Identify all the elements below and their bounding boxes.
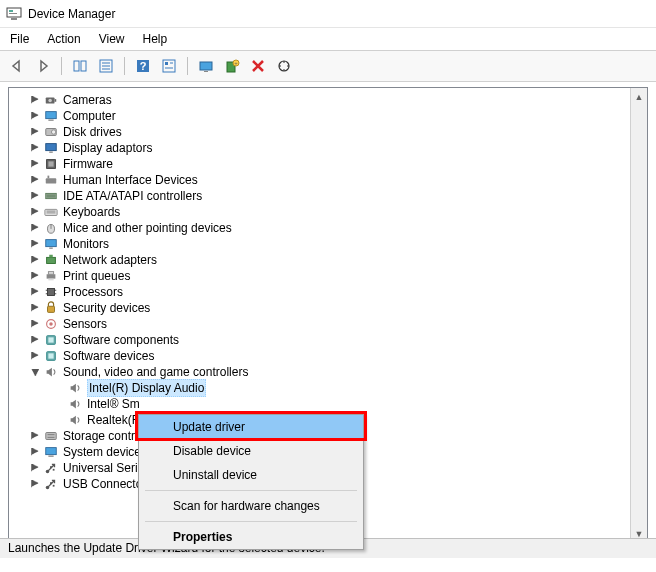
tree-category[interactable]: ⯈IDE ATA/ATAPI controllers [11, 188, 647, 204]
expand-icon[interactable]: ⯈ [29, 428, 41, 444]
usb-icon [43, 460, 59, 476]
menu-help[interactable]: Help [143, 32, 168, 46]
toolbar-separator [187, 57, 188, 75]
expand-icon[interactable]: ⯈ [29, 108, 41, 124]
svg-text:?: ? [140, 60, 147, 72]
expand-icon[interactable]: ⯈ [29, 284, 41, 300]
tree-device[interactable]: Intel® Sm [11, 396, 647, 412]
expand-icon[interactable]: ⯈ [29, 476, 41, 492]
svg-rect-69 [53, 469, 55, 471]
svg-rect-12 [163, 60, 175, 72]
expand-icon[interactable]: ⯈ [29, 92, 41, 108]
tree-category[interactable]: ⯈Display adaptors [11, 140, 647, 156]
help-button[interactable]: ? [132, 55, 154, 77]
expand-icon[interactable]: ⯈ [29, 156, 41, 172]
tree-category[interactable]: ⯈Security devices [11, 300, 647, 316]
expand-icon[interactable]: ⯈ [29, 204, 41, 220]
tree-category[interactable]: ⯈Keyboards [11, 204, 647, 220]
svg-rect-2 [9, 13, 17, 14]
security-icon [43, 300, 59, 316]
expand-icon[interactable]: ⯈ [29, 348, 41, 364]
tree-category[interactable]: ⯈Disk drives [11, 124, 647, 140]
expand-icon[interactable]: ⯈ [29, 332, 41, 348]
expand-icon[interactable]: ⯈ [29, 220, 41, 236]
context-disable-device[interactable]: Disable device [139, 439, 363, 463]
software-icon [43, 348, 59, 364]
svg-rect-46 [49, 255, 53, 258]
expand-icon[interactable]: ⯈ [29, 460, 41, 476]
tree-category[interactable]: ⯈Human Interface Devices [11, 172, 647, 188]
expand-icon[interactable]: ⯈ [29, 316, 41, 332]
tree-category[interactable]: ⯈Mice and other pointing devices [11, 220, 647, 236]
properties-button[interactable] [158, 55, 180, 77]
context-menu: Update driver Disable device Uninstall d… [138, 414, 364, 550]
svg-rect-44 [49, 248, 53, 249]
tree-category-label: Sound, video and game controllers [63, 364, 248, 380]
expand-icon[interactable]: ⯈ [29, 172, 41, 188]
svg-text:+: + [234, 60, 238, 66]
vertical-scrollbar[interactable]: ▲ ▼ [630, 88, 647, 542]
tree-category-label: Human Interface Devices [63, 172, 198, 188]
tree-category[interactable]: ⯈Monitors [11, 236, 647, 252]
uninstall-button[interactable] [247, 55, 269, 77]
svg-rect-65 [46, 448, 57, 455]
expand-icon[interactable]: ⯈ [29, 140, 41, 156]
scan-hardware-button[interactable] [273, 55, 295, 77]
sound-icon [43, 364, 59, 380]
tree-category[interactable]: ⯈Firmware [11, 156, 647, 172]
expand-icon[interactable]: ⯈ [29, 268, 41, 284]
context-scan-hardware[interactable]: Scan for hardware changes [139, 494, 363, 518]
svg-rect-64 [48, 437, 55, 438]
scroll-up-arrow[interactable]: ▲ [631, 88, 647, 105]
properties-sheet-button[interactable] [95, 55, 117, 77]
context-update-driver[interactable]: Update driver [139, 415, 363, 439]
svg-rect-47 [47, 274, 56, 278]
computer-icon [43, 108, 59, 124]
expand-icon[interactable]: ⯈ [29, 124, 41, 140]
tree-category[interactable]: ⯈Sensors [11, 316, 647, 332]
expand-icon[interactable]: ⯈ [29, 252, 41, 268]
tree-category[interactable]: ⯆Sound, video and game controllers [11, 364, 647, 380]
tree-category[interactable]: ⯈Software components [11, 332, 647, 348]
tree-category[interactable]: ⯈Software devices [11, 348, 647, 364]
tree-category-label: Software devices [63, 348, 154, 364]
tree-category[interactable]: ⯈Computer [11, 108, 647, 124]
device-manager-icon [6, 6, 22, 22]
tree-category[interactable]: ⯈Network adapters [11, 252, 647, 268]
expand-icon[interactable]: ⯈ [29, 300, 41, 316]
tree-category[interactable]: ⯈Print queues [11, 268, 647, 284]
back-button[interactable] [6, 55, 28, 77]
svg-rect-25 [46, 112, 57, 119]
svg-rect-3 [11, 18, 17, 20]
expand-icon[interactable]: ⯈ [29, 444, 41, 460]
sound-icon [67, 396, 83, 412]
forward-button[interactable] [32, 55, 54, 77]
cpu-icon [43, 284, 59, 300]
show-hide-console-button[interactable] [69, 55, 91, 77]
expand-icon[interactable]: ⯈ [29, 188, 41, 204]
toolbar-separator [124, 57, 125, 75]
update-driver-button[interactable] [195, 55, 217, 77]
tree-category-label: USB Connecto [63, 476, 142, 492]
install-legacy-button[interactable]: + [221, 55, 243, 77]
context-uninstall-device[interactable]: Uninstall device [139, 463, 363, 487]
context-properties[interactable]: Properties [139, 525, 363, 549]
software-icon [43, 332, 59, 348]
svg-rect-43 [46, 240, 57, 247]
tree-category[interactable]: ⯈Cameras [11, 92, 647, 108]
monitor-icon [43, 236, 59, 252]
tree-device[interactable]: Intel(R) Display Audio [11, 380, 647, 396]
collapse-icon[interactable]: ⯆ [29, 364, 41, 380]
tree-category[interactable]: ⯈Processors [11, 284, 647, 300]
svg-rect-4 [74, 61, 79, 71]
menu-action[interactable]: Action [47, 32, 80, 46]
expand-icon[interactable]: ⯈ [29, 236, 41, 252]
menu-file[interactable]: File [10, 32, 29, 46]
svg-rect-16 [200, 62, 212, 70]
sound-icon [67, 380, 83, 396]
svg-rect-61 [48, 353, 53, 358]
display-icon [43, 140, 59, 156]
svg-rect-72 [53, 485, 55, 487]
sensor-icon [43, 316, 59, 332]
menu-view[interactable]: View [99, 32, 125, 46]
